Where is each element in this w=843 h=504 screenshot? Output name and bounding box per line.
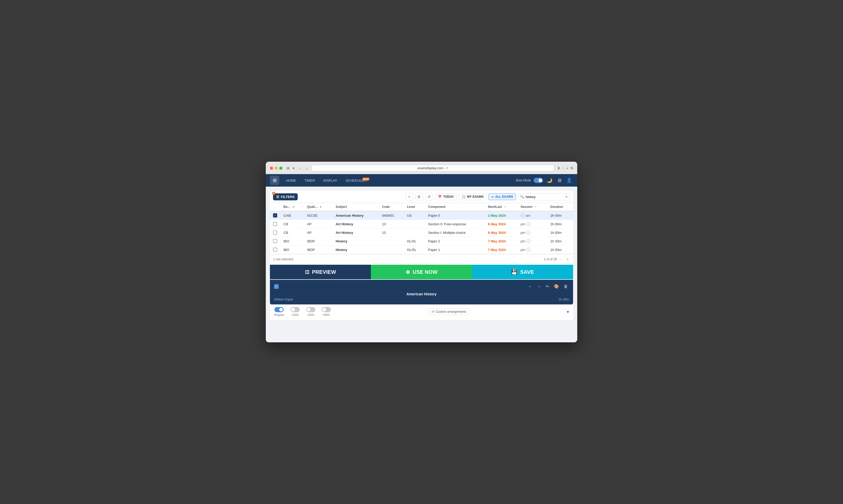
row-checkbox-cell[interactable] [270,220,280,228]
maximize-dot[interactable] [279,167,282,170]
chevron-down-window-icon[interactable]: ▾ [292,166,295,171]
window-controls-btn[interactable]: ⊞ [286,166,291,171]
row-board: IBO [280,237,304,246]
row-component: Paper 1 [425,246,485,254]
save-button[interactable]: 💾 SAVE [472,265,573,279]
today-button[interactable]: 📅 TODAY [435,193,457,200]
custom-arrangements-button[interactable]: ↺ Custom arrangements [428,308,470,315]
download-icon[interactable]: ⬇ [557,166,560,170]
preview-button[interactable]: ⊡ PREVIEW [270,265,371,279]
checkbox-unchecked[interactable] [273,248,277,252]
panel-color-button[interactable]: 🎨 [553,283,560,290]
row-duration: 2h 00m [547,220,573,228]
minimize-dot[interactable] [274,167,278,170]
close-dot[interactable] [270,167,273,170]
panel-prev-button[interactable]: ← [527,283,533,290]
toggle-switch-regular[interactable] [274,307,284,312]
th-next-last[interactable]: Next/Last ↑¹ [485,203,518,211]
browser-dots [270,167,282,170]
row-subject: History [333,237,379,246]
url-bar[interactable]: examdisplay.com ↺ [311,165,554,171]
th-duration-label: Duration [550,205,563,209]
toggle-switch-plus50[interactable] [322,307,331,312]
th-qual[interactable]: Quali... ▼ [304,203,333,211]
row-level [404,220,425,228]
nav-home[interactable]: HOME [282,177,300,184]
row-code [379,237,404,246]
row-checkbox-cell[interactable] [270,237,280,246]
bottom-panel-header: ✓ ← → ✏ 🎨 🗑 [274,283,569,290]
th-duration[interactable]: Duration [547,203,573,211]
row-checkbox-cell[interactable] [270,228,280,237]
add-button[interactable]: + [406,193,413,201]
checkbox-unchecked[interactable] [273,231,277,235]
refresh-button[interactable]: ↺ [425,193,433,201]
monitor-button[interactable]: 🖥 [556,177,563,184]
toggle-content-area: Regular +10% +25% +50% [270,304,573,320]
th-code[interactable]: Code [379,203,404,211]
preview-label: PREVIEW [312,269,336,275]
table-row: IBO IBDP History HL/SL Paper 1 7 May 202… [270,246,573,254]
nav-display[interactable]: DISPLAY [320,177,341,184]
my-exams-label: MY EXAMS [467,195,484,199]
user-button[interactable]: 👤 [565,177,573,184]
th-level[interactable]: Level [404,203,425,211]
forward-button[interactable]: › [305,166,309,171]
expand-button[interactable]: ▾ [567,309,569,314]
checkbox-unchecked[interactable] [273,239,277,243]
nav-links: HOME TIMER DISPLAY SCHEDULER Beta [282,177,370,184]
all-exams-button[interactable]: ∞ ALL EXAMS [488,193,516,200]
share-icon[interactable]: ↑ [562,166,564,170]
panel-title: American History [274,290,569,297]
use-now-button[interactable]: ⊕ USE NOW [371,265,472,279]
my-exams-button[interactable]: 📋 MY EXAMS [459,193,487,200]
app-logo[interactable]: ⊞ [270,176,279,185]
checkbox-checked[interactable]: ✓ [273,213,277,217]
logo-icon: ⊞ [273,178,277,183]
row-session: pm ◷ [518,246,548,254]
search-input[interactable] [518,193,570,200]
search-clear-button[interactable]: ✕ [565,195,568,199]
th-component[interactable]: Component [425,203,485,211]
reload-icon[interactable]: ↺ [445,166,448,170]
panel-delete-button[interactable]: 🗑 [563,283,569,290]
nav-scheduler[interactable]: SCHEDULER Beta [342,177,370,184]
nav-timer[interactable]: TIMER [301,177,319,184]
row-subject: Art History [333,228,379,237]
dark-mode-button[interactable]: 🌙 [545,177,553,184]
back-button[interactable]: ‹ [299,166,302,171]
row-level: HL/SL [404,246,425,254]
row-duration: 1h 00m [547,246,573,254]
filters-button[interactable]: 2 ☰ FILTERS [273,193,298,200]
board-filter-icon[interactable]: ▼ [292,205,294,209]
use-now-icon: ⊕ [406,269,410,275]
th-subject[interactable]: Subject [333,203,379,211]
new-tab-icon[interactable]: + [566,166,569,170]
th-qual-label: Quali... [307,205,318,209]
panel-checkbox[interactable]: ✓ [274,284,279,289]
pagination-next-button[interactable]: › [566,256,570,262]
toggle-switch-plus25[interactable] [306,307,315,312]
tabs-overview-icon[interactable]: ⧉ [571,166,573,170]
main-panel: 2 ☰ FILTERS + ⚙ ↺ 📅 TODAY 📋 MY EXAMS ∞ [270,191,573,320]
toggle-switch-plus10[interactable] [290,307,300,312]
row-checkbox-cell[interactable]: ✓ [270,211,280,220]
row-qual: AP [304,228,333,237]
th-board[interactable]: Bo... ▼ [280,203,304,211]
preview-icon: ⊡ [305,269,309,275]
panel-next-button[interactable]: → [536,283,542,290]
toggle-plus50: +50% [322,307,331,317]
row-checkbox-cell[interactable] [270,246,280,254]
th-component-label: Component [428,205,446,209]
beta-mode-toggle[interactable] [534,178,543,183]
settings-button[interactable]: ⚙ [415,193,423,201]
qual-filter-icon[interactable]: ▼ [320,205,322,209]
table-row: ✓ CAIE IGCSE American History 0409/01 US… [270,211,573,220]
bottom-panel: ✓ ← → ✏ 🎨 🗑 American History Written Pap… [270,280,573,304]
th-session[interactable]: Session ↑² [518,203,548,211]
checkbox-unchecked[interactable] [273,222,277,226]
panel-written-paper: Written Paper [274,298,293,301]
table-row: IBO IBDP History HL/SL Paper 2 7 May 202… [270,237,573,246]
pagination-prev-button[interactable]: ‹ [559,256,563,262]
panel-edit-button[interactable]: ✏ [545,283,550,290]
